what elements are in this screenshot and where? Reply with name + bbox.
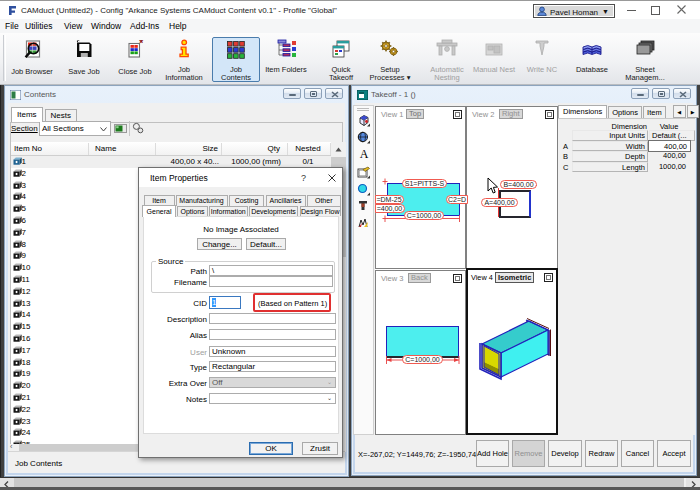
svg-text:*: * [139,40,143,49]
